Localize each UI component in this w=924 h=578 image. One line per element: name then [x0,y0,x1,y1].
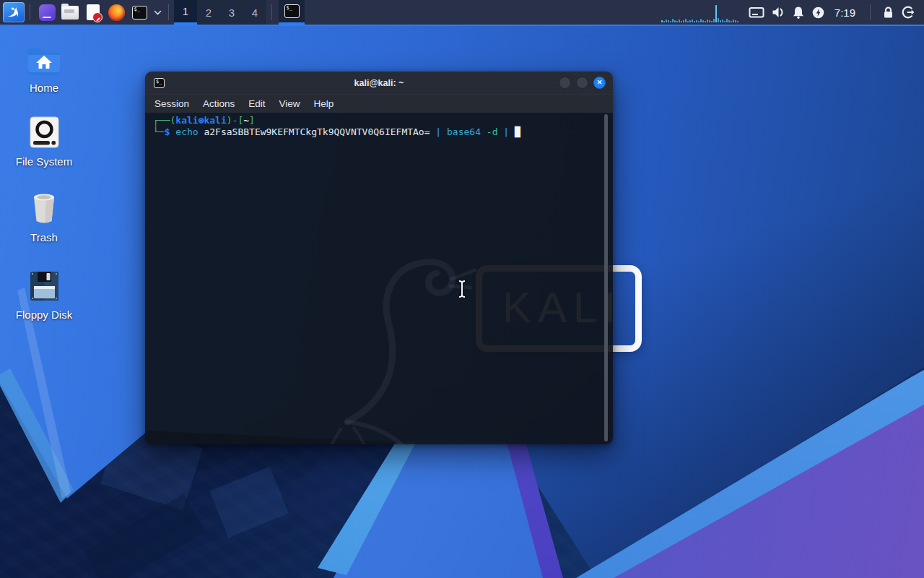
firefox-icon [108,4,125,21]
menu-actions[interactable]: Actions [203,98,235,109]
chevron-down-icon [154,10,162,16]
terminal-window: kali@kali: ~ ✕ SessionActionsEditViewHel… [145,72,613,444]
close-button[interactable]: ✕ [593,77,606,89]
window-menubar: SessionActionsEditViewHelp [145,94,613,113]
terminal-launcher[interactable] [130,2,149,22]
panel-separator [30,4,30,20]
window-title: kali@kali: ~ [145,78,613,88]
prompt-token: -d [487,126,498,137]
cpu-bar [681,21,682,22]
home-folder-icon [4,40,84,75]
desktop-icon-home[interactable]: Home [4,40,84,94]
panel-separator [870,4,871,20]
desktop-icon-floppy[interactable]: Floppy Disk [4,267,84,321]
file-manager-icon [61,6,79,20]
cpu-bar [661,20,663,22]
text-editor-launcher[interactable] [84,2,103,22]
app-drawer-launcher[interactable] [38,2,56,22]
cpu-bar [676,21,678,22]
lock-icon [882,6,894,20]
terminal-output: ┌──(kali⊛kali)-[~]└─$ echo a2FsaSBBTEw9K… [153,115,613,138]
window-titlebar[interactable]: kali@kali: ~ ✕ [145,72,613,94]
power-manager[interactable] [811,6,825,20]
prompt-token [481,126,487,137]
file-manager-launcher[interactable] [61,2,79,22]
workspace-switcher: 1234 [174,0,266,25]
desktop-icon-label: File System [4,155,84,168]
floppy-disk-icon [4,267,84,302]
cpu-bar [692,20,693,22]
cpu-bar [674,20,676,22]
cpu-bar [720,20,721,22]
cpu-bar [707,20,708,22]
taskbar-terminal-window-button[interactable] [279,0,305,25]
terminal-cursor: █ [515,126,520,137]
cpu-bar [700,19,702,22]
cpu-bar [731,21,732,22]
terminal-line: ┌──(kali⊛kali)-[~] [153,115,613,126]
cpu-bar [672,19,674,22]
maximize-button[interactable] [576,77,588,89]
workspace-3[interactable]: 3 [220,0,243,25]
cpu-bar [709,20,710,22]
prompt-token [509,126,515,137]
cpu-bar [733,20,734,22]
cpu-bar [698,21,699,22]
menu-edit[interactable]: Edit [248,98,265,109]
cpu-bar [668,20,669,22]
cpu-bar [683,20,684,22]
text-cursor-pointer [457,280,467,298]
top-panel: 1234 [0,0,924,26]
terminal-icon [284,4,300,18]
notifications[interactable] [792,6,805,20]
text-editor-icon [87,4,100,20]
app-drawer-icon [39,4,56,21]
cpu-bar [722,20,723,22]
prompt-token: a2FsaSBBTEw9KEFMTCkgTk9QQVNTV0Q6IEFMTAo= [199,126,430,137]
terminal-scrollbar[interactable] [604,114,608,441]
prompt-token: | [503,126,509,137]
kali-dragon-watermark [279,198,582,444]
cpu-bar [728,20,730,22]
menu-session[interactable]: Session [154,98,189,109]
prompt-token: kali [175,115,198,126]
keyboard-layout-indicator[interactable] [749,6,764,19]
desktop-icon-trash[interactable]: Trash [4,190,84,243]
launcher-dropdown-button[interactable] [154,6,162,19]
desktop-icon-label: Floppy Disk [4,309,84,321]
cpu-bar [702,20,704,22]
cpu-bar [687,21,689,22]
workspace-4[interactable]: 4 [243,0,266,25]
terminal-body[interactable]: ┌──(kali⊛kali)-[~]└─$ echo a2FsaSBBTEw9K… [145,113,613,444]
logout-icon [901,5,915,20]
power-manager-icon [811,6,825,20]
desktop-icon-label: Trash [4,231,84,243]
prompt-token: ┌──( [153,115,175,126]
menu-view[interactable]: View [279,98,300,109]
applications-menu-button[interactable] [3,2,25,22]
minimize-button[interactable] [559,77,571,89]
bell-icon [792,6,805,20]
lock-screen-button[interactable] [882,6,894,20]
keyboard-icon [749,6,764,19]
terminal-window-icon [154,78,165,88]
prompt-token: ~ [243,115,249,126]
workspace-2[interactable]: 2 [197,0,220,25]
desktop-icon-filesystem[interactable]: File System [4,114,84,168]
logout-button[interactable] [901,5,915,20]
prompt-token: └─ [153,126,165,137]
system-tray: 7:19 [749,4,920,20]
cpu-bar [724,21,725,22]
volume-control[interactable] [771,6,785,19]
cpu-bar [713,19,715,22]
menu-help[interactable]: Help [314,98,334,109]
terminal-line: └─$ echo a2FsaSBBTEw9KEFMTCkgTk9QQVNTV0Q… [153,126,613,138]
cpu-bar [735,20,736,22]
workspace-1[interactable]: 1 [174,0,197,25]
panel-separator [168,4,169,20]
firefox-launcher[interactable] [107,2,126,22]
clock[interactable]: 7:19 [834,7,855,19]
trash-can-icon [4,190,84,225]
cpu-graph[interactable] [661,2,738,22]
cpu-bar [670,21,671,22]
